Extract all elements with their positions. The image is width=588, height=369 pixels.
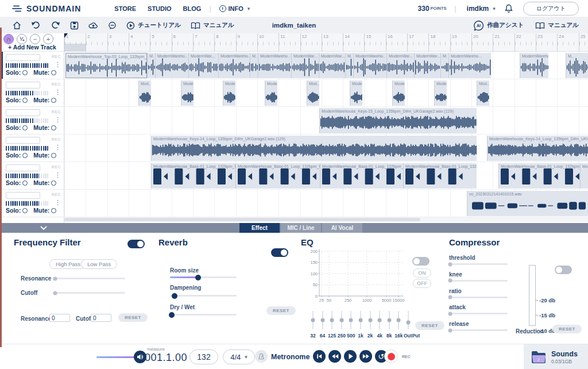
snap-magnet-button[interactable]: ∩ [3, 34, 14, 44]
audio-clip[interactable]: ModernWarehouse_Bass-01_Loop_132bpm_Fm_U… [151, 163, 235, 189]
dampening-slider[interactable] [170, 295, 237, 297]
ruler-measure[interactable]: 10 [257, 33, 278, 51]
track-menu-button[interactable]: ⋮ [55, 144, 61, 151]
audio-clip[interactable]: ModernWarehouse_Keys-14_Loop_135bpm_D#m_… [487, 136, 588, 161]
ruler-measure[interactable]: 17 [407, 33, 428, 51]
play-button[interactable] [344, 350, 357, 363]
ruler-measure[interactable]: 18 [428, 33, 450, 51]
zoom-out-button[interactable]: − [30, 34, 40, 44]
audio-clip[interactable]: Mod... M. [307, 80, 319, 106]
ruler-measure[interactable]: 13 [322, 33, 343, 51]
audio-clip[interactable]: Modern... [392, 80, 405, 106]
track-rec-button[interactable]: REC [52, 110, 61, 114]
ruler-measure[interactable]: 16 [386, 33, 407, 51]
cutoff-input[interactable] [91, 314, 111, 322]
tab-ai-vocal[interactable]: AI Vocal [322, 223, 362, 233]
solo-toggle[interactable] [22, 70, 28, 75]
ruler-measure[interactable]: 3 [107, 33, 129, 51]
compressor-release-slider[interactable] [449, 329, 508, 331]
compressor-attack-slider[interactable] [449, 313, 508, 314]
snap-grid-button[interactable]: ¼ [17, 34, 27, 44]
eq-band-thumb[interactable] [330, 318, 334, 322]
ruler-measure[interactable]: 19 [450, 33, 471, 51]
track-volume-slider[interactable] [6, 118, 48, 123]
audio-clip[interactable]: Modern... [223, 80, 235, 106]
mute-toggle[interactable] [51, 125, 56, 130]
eq-band-thumb[interactable] [368, 318, 372, 322]
eq-band-thumb[interactable] [397, 318, 401, 322]
eq-on-button[interactable]: ON [413, 268, 431, 278]
audio-clip[interactable]: ModernWarehouse_Top-03_Loop_132bpm_UKGar [65, 53, 147, 78]
track-name-input[interactable] [6, 164, 40, 171]
audio-clip[interactable]: ModernWar... [291, 53, 319, 78]
eq-band-slider[interactable] [379, 311, 380, 329]
mute-toggle[interactable] [51, 98, 56, 103]
audio-clip[interactable]: ModernWarehouse_Bass-01_Loop_132bpm_Fm_U… [498, 163, 580, 189]
eq-band-slider[interactable] [398, 311, 399, 329]
brand[interactable]: SOUNDMAIN [11, 4, 81, 13]
collapse-panel-button[interactable] [40, 226, 47, 230]
eq-off-button[interactable]: OFF [413, 279, 431, 288]
ruler-measure[interactable]: 15 [364, 33, 385, 51]
eq-band-slider[interactable] [331, 311, 332, 329]
low-pass-button[interactable]: Low Pass [81, 259, 117, 269]
track-rec-button[interactable]: REC [52, 137, 61, 141]
solo-toggle[interactable] [22, 153, 28, 158]
ruler-measure[interactable]: 7 [193, 33, 214, 51]
eq-band-slider[interactable] [370, 311, 371, 329]
track-name-input[interactable] [6, 137, 40, 144]
solo-toggle[interactable] [22, 180, 28, 186]
track-volume-slider[interactable] [6, 63, 48, 68]
tab-effect[interactable]: Effect [239, 223, 280, 233]
audio-clip[interactable]: ModernWar... [414, 53, 440, 78]
track-rec-button[interactable]: REC [52, 165, 61, 169]
audio-clip[interactable]: ModernWareho... [448, 53, 491, 78]
add-new-track-button[interactable]: + Add New Track [8, 44, 56, 51]
mute-toggle[interactable] [51, 180, 56, 186]
mute-toggle[interactable] [51, 70, 56, 75]
save-icon[interactable] [70, 21, 79, 30]
audio-clip[interactable]: M. [147, 53, 155, 78]
manual-button[interactable]: マニュアル [191, 21, 234, 29]
frequency-filter-toggle[interactable] [127, 240, 145, 248]
track-control-1[interactable]: REC⋮Solo:Mute: [0, 52, 64, 79]
track-rec-button[interactable]: REC [52, 193, 61, 197]
track-rec-button[interactable]: REC [52, 82, 61, 86]
compressor-reset-button[interactable]: RESET [552, 325, 582, 333]
track-control-3[interactable]: REC⋮Solo:Mute: [0, 107, 64, 134]
eq-band-thumb[interactable] [387, 318, 391, 322]
ruler-measure[interactable]: 8 [214, 33, 235, 51]
tutorial-button[interactable]: チュートリアル [126, 21, 181, 30]
track-control-4[interactable]: REC⋮Solo:Mute: [0, 134, 64, 162]
redo-icon[interactable] [51, 21, 60, 29]
ruler-measure[interactable]: 22 [514, 33, 536, 51]
dry-wet-slider[interactable] [170, 314, 237, 316]
compressor-knee-thumb[interactable] [448, 279, 452, 283]
home-icon[interactable] [13, 21, 21, 30]
ruler-measure[interactable]: 25 [579, 33, 588, 51]
nav-store[interactable]: STORE [114, 5, 136, 12]
track-volume-slider[interactable] [6, 174, 48, 178]
bell-icon[interactable] [505, 4, 513, 13]
bpm-field[interactable]: 132 [189, 349, 218, 364]
track-menu-button[interactable]: ⋮ [55, 199, 61, 206]
audio-clip[interactable]: Mod.. M. [138, 80, 151, 106]
comment-icon[interactable] [108, 21, 117, 30]
reverb-toggle[interactable] [271, 248, 288, 257]
track-control-2[interactable]: REC⋮Solo:Mute: [0, 79, 64, 107]
eq-toggle[interactable] [412, 257, 430, 266]
audio-clip[interactable]: Mod... [580, 163, 588, 189]
eq-band-slider[interactable] [341, 311, 342, 329]
frequency-filter-reset-button[interactable]: RESET [118, 313, 148, 322]
track-volume-slider[interactable] [6, 91, 48, 95]
fast-forward-button[interactable] [359, 350, 372, 363]
ruler-measure[interactable]: 4 [129, 33, 150, 51]
nav-blog[interactable]: BLOG [183, 5, 202, 12]
nav-studio[interactable]: STUDIO [148, 5, 172, 12]
audio-clip[interactable]: vo_20230312141401015.wav [467, 191, 588, 216]
track-volume-slider[interactable] [6, 146, 48, 151]
sounds-library-button[interactable]: ♪ Sounds 0.03/1GB [524, 344, 588, 369]
cloud-upload-icon[interactable] [88, 21, 98, 29]
mute-toggle[interactable] [51, 208, 56, 213]
zoom-in-button[interactable]: + [43, 34, 53, 44]
